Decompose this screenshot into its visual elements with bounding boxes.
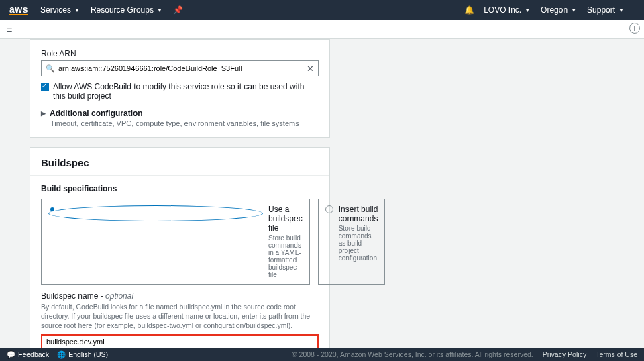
region-menu[interactable]: Oregon▼ (541, 5, 576, 15)
role-arn-label: Role ARN (41, 49, 319, 58)
account-menu[interactable]: LOVO Inc.▼ (484, 5, 530, 15)
chevron-down-icon: ▼ (157, 7, 162, 13)
services-menu[interactable]: Services▼ (40, 5, 80, 15)
radio-selected-icon (48, 205, 263, 221)
buildspec-name-label: Buildspec name - optional (41, 291, 319, 301)
allow-modify-checkbox-row[interactable]: Allow AWS CodeBuild to modify this servi… (41, 82, 319, 101)
additional-config-desc: Timeout, certificate, VPC, compute type,… (50, 119, 319, 127)
allow-modify-label: Allow AWS CodeBuild to modify this servi… (53, 82, 319, 101)
sub-nav: ≡ i (0, 20, 644, 39)
terms-link[interactable]: Terms of Use (596, 350, 637, 358)
aws-logo[interactable]: aws (9, 5, 28, 15)
bell-icon[interactable]: 🔔 (464, 5, 474, 15)
footer: 💬 Feedback 🌐 English (US) © 2008 - 2020,… (0, 348, 644, 361)
insert-build-commands-option[interactable]: Insert build commands Store build comman… (318, 199, 386, 285)
search-icon: 🔍 (46, 64, 55, 73)
option-title: Insert build commands (339, 205, 378, 223)
pin-icon[interactable]: 📌 (173, 5, 183, 15)
caret-right-icon: ▶ (41, 110, 46, 117)
option-desc: Store build commands in a YAML-formatted… (268, 234, 303, 278)
clear-icon[interactable]: ✕ (307, 64, 314, 74)
chevron-down-icon: ▼ (74, 7, 80, 13)
info-icon[interactable]: i (629, 23, 640, 34)
checkbox-checked-icon[interactable] (41, 83, 49, 91)
buildspec-name-input-wrap[interactable] (41, 334, 319, 349)
environment-card: Role ARN 🔍 ✕ Allow AWS CodeBuild to modi… (30, 39, 330, 138)
global-nav: aws Services▼ Resource Groups▼ 📌 🔔 LOVO … (0, 0, 644, 20)
radio-unselected-icon (325, 205, 333, 213)
support-menu[interactable]: Support▼ (587, 5, 624, 15)
buildspec-name-input[interactable] (46, 338, 313, 346)
language-link[interactable]: 🌐 English (US) (57, 350, 108, 359)
use-buildspec-file-option[interactable]: Use a buildspec file Store build command… (41, 199, 310, 285)
option-desc: Store build commands as build project co… (339, 225, 378, 262)
menu-icon[interactable]: ≡ (0, 24, 19, 35)
build-spec-subhead: Build specifications (41, 184, 319, 193)
buildspec-card: Buildspec Build specifications Use a bui… (30, 147, 330, 359)
option-title: Use a buildspec file (268, 205, 303, 233)
role-arn-input[interactable] (58, 64, 307, 72)
resource-groups-menu[interactable]: Resource Groups▼ (91, 5, 162, 15)
privacy-link[interactable]: Privacy Policy (543, 350, 586, 358)
chevron-down-icon: ▼ (571, 7, 576, 13)
role-arn-input-wrap[interactable]: 🔍 ✕ (41, 60, 319, 76)
buildspec-title: Buildspec (41, 157, 319, 168)
chevron-down-icon: ▼ (619, 7, 624, 13)
buildspec-name-desc: By default, CodeBuild looks for a file n… (41, 302, 319, 331)
chevron-down-icon: ▼ (525, 7, 530, 13)
additional-config-toggle[interactable]: ▶ Additional configuration (41, 109, 319, 118)
copyright: © 2008 - 2020, Amazon Web Services, Inc.… (292, 350, 533, 358)
feedback-link[interactable]: 💬 Feedback (7, 350, 49, 359)
